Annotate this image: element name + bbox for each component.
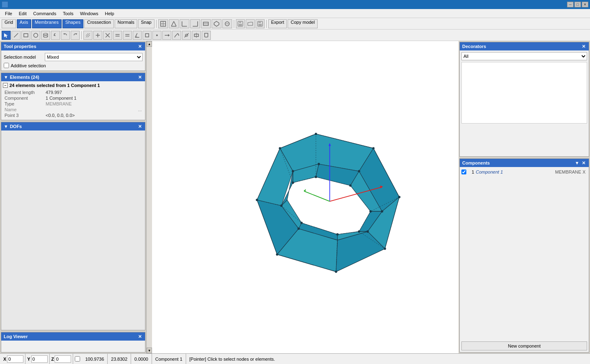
log-title-area: Log Viewer <box>4 334 28 339</box>
dofs-controls: ✕ <box>137 124 143 129</box>
open-btn[interactable] <box>246 19 255 28</box>
svg-rect-16 <box>239 24 242 26</box>
components-title: Components <box>462 160 490 165</box>
tool-angle[interactable] <box>133 31 142 40</box>
svg-rect-19 <box>258 21 261 23</box>
maximize-button[interactable]: □ <box>574 2 581 7</box>
menu-edit[interactable]: Edit <box>16 10 30 17</box>
svg-point-79 <box>315 133 317 135</box>
elements-close[interactable]: ✕ <box>137 75 143 80</box>
minimize-button[interactable]: ─ <box>567 2 574 7</box>
view-mode-2[interactable] <box>169 19 179 28</box>
scroll-up-btn[interactable]: ▲ <box>147 41 152 47</box>
table-row: Point 3 <0.0, 0.0, 0.0> <box>3 112 143 118</box>
decorators-close[interactable]: ✕ <box>581 44 586 49</box>
tool-rect[interactable] <box>21 31 30 40</box>
svg-rect-45 <box>145 34 149 37</box>
tool-tangent[interactable] <box>182 31 191 40</box>
elements-content: − 24 elements selected from 1 Component … <box>1 81 145 120</box>
floppy-btn[interactable] <box>256 19 265 28</box>
components-dropdown[interactable]: ▼ <box>574 160 580 166</box>
component-checkbox-1[interactable] <box>461 169 466 174</box>
tool-properties-title: Tool properties <box>4 44 36 49</box>
view-mode-6[interactable] <box>212 19 221 28</box>
view-mode-4[interactable] <box>190 19 200 28</box>
viewport[interactable] <box>152 41 459 353</box>
dofs-down-arrow[interactable]: ▼ <box>4 124 8 129</box>
save-btn[interactable] <box>236 19 245 28</box>
elements-expand[interactable]: − <box>3 83 8 88</box>
tool-freehand[interactable] <box>172 31 181 40</box>
elements-title-area: ▼ Elements (24) <box>4 75 39 80</box>
component-name-1[interactable]: Component 1 <box>476 169 553 174</box>
status-checkbox[interactable] <box>75 356 80 362</box>
tool-redo[interactable] <box>71 31 80 40</box>
decorators-title-area: Decorators <box>462 44 486 49</box>
tb-normals[interactable]: Normals <box>115 19 137 28</box>
components-content: 1 Component 1 MEMBRANE X <box>460 167 589 340</box>
dofs-close[interactable]: ✕ <box>137 124 143 129</box>
tb-crossection[interactable]: Crossection <box>84 19 114 28</box>
view-mode-7[interactable] <box>222 19 232 28</box>
tool-equals[interactable] <box>123 31 132 40</box>
svg-point-97 <box>381 210 383 213</box>
svg-point-25 <box>44 33 48 35</box>
tool-double-line[interactable] <box>113 31 122 40</box>
elements-down-arrow[interactable]: ▼ <box>4 75 8 80</box>
tool-cross[interactable] <box>93 31 102 40</box>
decorators-filter-select[interactable]: All <box>461 52 587 60</box>
tool-undo[interactable] <box>61 31 70 40</box>
additive-selection-checkbox[interactable] <box>4 63 9 68</box>
menu-windows[interactable]: Windows <box>77 10 102 17</box>
tool-circle[interactable] <box>31 31 40 40</box>
close-button[interactable]: ✕ <box>582 2 588 7</box>
svg-line-22 <box>14 33 18 37</box>
menu-commands[interactable]: Commands <box>30 10 60 17</box>
x-label: X <box>3 357 6 362</box>
menu-file[interactable]: File <box>2 10 16 17</box>
components-controls: ▼ ✕ <box>574 160 586 166</box>
view-mode-5[interactable] <box>201 19 211 28</box>
tool-properties-close[interactable]: ✕ <box>137 44 143 49</box>
additive-selection-label: Additive selection <box>11 63 46 68</box>
tool-square[interactable] <box>143 31 152 40</box>
tool-pointer[interactable] <box>2 31 11 40</box>
tool-arrow-undo[interactable] <box>51 31 60 40</box>
menu-help[interactable]: Help <box>101 10 118 17</box>
menubar: File Edit Commands Tools Windows Help <box>0 9 590 18</box>
tool-pipe[interactable] <box>192 31 201 40</box>
y-input[interactable] <box>31 355 48 363</box>
svg-point-81 <box>372 147 375 149</box>
elem-name-label: Name <box>3 107 44 112</box>
tb-axis[interactable]: Axis <box>17 19 31 28</box>
copy-model-btn[interactable]: Copy model <box>288 19 318 28</box>
selection-model-label: Selection model <box>4 55 45 60</box>
tool-hatching[interactable] <box>83 31 92 40</box>
log-close[interactable]: ✕ <box>137 334 143 339</box>
tool-cylinder[interactable] <box>41 31 50 40</box>
elem-name-value: ... <box>44 107 143 112</box>
tb-shapes[interactable]: Shapes <box>62 19 83 28</box>
scroll-down-btn[interactable]: ▼ <box>147 348 152 353</box>
tb-snap[interactable]: Snap <box>138 19 154 28</box>
tool-delete[interactable] <box>103 31 112 40</box>
svg-point-82 <box>398 196 401 198</box>
export-btn[interactable]: Export <box>268 19 287 28</box>
svg-point-46 <box>156 34 158 36</box>
log-content <box>1 341 145 352</box>
tool-dot[interactable] <box>152 31 161 40</box>
dofs-content <box>1 130 145 330</box>
menu-tools[interactable]: Tools <box>60 10 77 17</box>
components-close[interactable]: ✕ <box>581 160 586 166</box>
tool-arrow-right[interactable] <box>162 31 171 40</box>
view-mode-1[interactable] <box>158 19 168 28</box>
tb-grid[interactable]: Grid <box>2 19 16 28</box>
x-input[interactable] <box>7 355 23 363</box>
tool-union[interactable] <box>202 31 211 40</box>
tool-line[interactable] <box>12 31 21 40</box>
z-input[interactable] <box>55 355 71 363</box>
new-component-button[interactable]: New component <box>461 341 587 350</box>
selection-model-select[interactable]: Mixed Nodes Elements <box>45 53 143 61</box>
tb-membranes[interactable]: Membranes <box>32 19 62 28</box>
view-mode-3[interactable] <box>180 19 189 28</box>
